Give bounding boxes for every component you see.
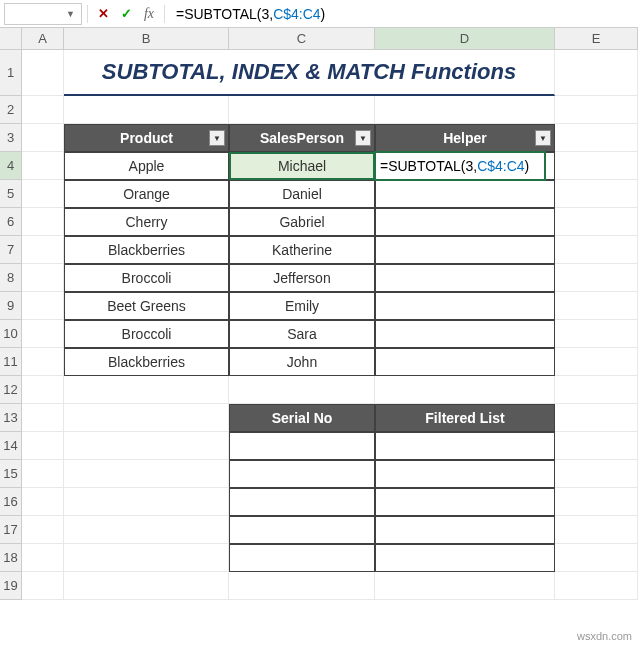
- cell-A5[interactable]: [22, 180, 64, 208]
- cell-A15[interactable]: [22, 460, 64, 488]
- cell-E15[interactable]: [555, 460, 638, 488]
- cell-E19[interactable]: [555, 572, 638, 600]
- cell-C16[interactable]: [229, 488, 375, 516]
- row-header-6[interactable]: 6: [0, 208, 22, 236]
- row-header-13[interactable]: 13: [0, 404, 22, 432]
- cell-B8[interactable]: Broccoli: [64, 264, 229, 292]
- cell-D10[interactable]: [375, 320, 555, 348]
- cell-E12[interactable]: [555, 376, 638, 404]
- inline-formula-editor[interactable]: =SUBTOTAL(3,C$4:C4): [374, 151, 546, 181]
- cell-A16[interactable]: [22, 488, 64, 516]
- cell-D12[interactable]: [375, 376, 555, 404]
- cell-C6[interactable]: Gabriel: [229, 208, 375, 236]
- cell-A1[interactable]: [22, 50, 64, 96]
- cell-D6[interactable]: [375, 208, 555, 236]
- col-header-A[interactable]: A: [22, 28, 64, 50]
- cell-C10[interactable]: Sara: [229, 320, 375, 348]
- cell-C14[interactable]: [229, 432, 375, 460]
- cell-E18[interactable]: [555, 544, 638, 572]
- cell-B13[interactable]: [64, 404, 229, 432]
- filter-dropdown-icon[interactable]: ▼: [209, 130, 225, 146]
- cell-B18[interactable]: [64, 544, 229, 572]
- cell-D5[interactable]: [375, 180, 555, 208]
- cell-C18[interactable]: [229, 544, 375, 572]
- cell-C11[interactable]: John: [229, 348, 375, 376]
- cell-A4[interactable]: [22, 152, 64, 180]
- row-header-11[interactable]: 11: [0, 348, 22, 376]
- select-all-corner[interactable]: [0, 28, 22, 50]
- cell-A12[interactable]: [22, 376, 64, 404]
- confirm-button[interactable]: ✓: [116, 3, 136, 25]
- cell-E4[interactable]: [555, 152, 638, 180]
- cell-D9[interactable]: [375, 292, 555, 320]
- cell-C15[interactable]: [229, 460, 375, 488]
- row-header-3[interactable]: 3: [0, 124, 22, 152]
- cell-C4[interactable]: Michael: [229, 152, 375, 180]
- row-header-4[interactable]: 4: [0, 152, 22, 180]
- cell-E1[interactable]: [555, 50, 638, 96]
- row-header-12[interactable]: 12: [0, 376, 22, 404]
- cell-D7[interactable]: [375, 236, 555, 264]
- cell-D19[interactable]: [375, 572, 555, 600]
- cell-D11[interactable]: [375, 348, 555, 376]
- cell-E11[interactable]: [555, 348, 638, 376]
- cell-A19[interactable]: [22, 572, 64, 600]
- cell-A18[interactable]: [22, 544, 64, 572]
- cell-D14[interactable]: [375, 432, 555, 460]
- cell-B5[interactable]: Orange: [64, 180, 229, 208]
- cell-E10[interactable]: [555, 320, 638, 348]
- cell-B6[interactable]: Cherry: [64, 208, 229, 236]
- cell-E16[interactable]: [555, 488, 638, 516]
- cell-D8[interactable]: [375, 264, 555, 292]
- cell-A17[interactable]: [22, 516, 64, 544]
- cell-A13[interactable]: [22, 404, 64, 432]
- formula-input[interactable]: =SUBTOTAL(3,C$4:C4): [170, 3, 634, 25]
- row-header-1[interactable]: 1: [0, 50, 22, 96]
- cell-B15[interactable]: [64, 460, 229, 488]
- cell-E13[interactable]: [555, 404, 638, 432]
- cell-C19[interactable]: [229, 572, 375, 600]
- row-header-10[interactable]: 10: [0, 320, 22, 348]
- cell-E17[interactable]: [555, 516, 638, 544]
- cell-B2[interactable]: [64, 96, 229, 124]
- cell-D16[interactable]: [375, 488, 555, 516]
- cell-B16[interactable]: [64, 488, 229, 516]
- filter-dropdown-icon[interactable]: ▼: [355, 130, 371, 146]
- cell-A14[interactable]: [22, 432, 64, 460]
- col-header-C[interactable]: C: [229, 28, 375, 50]
- row-header-5[interactable]: 5: [0, 180, 22, 208]
- cell-D18[interactable]: [375, 544, 555, 572]
- cell-B4[interactable]: Apple: [64, 152, 229, 180]
- cell-E3[interactable]: [555, 124, 638, 152]
- cell-B17[interactable]: [64, 516, 229, 544]
- cell-D17[interactable]: [375, 516, 555, 544]
- row-header-15[interactable]: 15: [0, 460, 22, 488]
- cell-C17[interactable]: [229, 516, 375, 544]
- cell-D15[interactable]: [375, 460, 555, 488]
- row-header-17[interactable]: 17: [0, 516, 22, 544]
- row-header-9[interactable]: 9: [0, 292, 22, 320]
- cell-E14[interactable]: [555, 432, 638, 460]
- cell-D4-active[interactable]: =SUBTOTAL(3,C$4:C4): [375, 152, 555, 180]
- cell-C7[interactable]: Katherine: [229, 236, 375, 264]
- row-header-7[interactable]: 7: [0, 236, 22, 264]
- cell-A11[interactable]: [22, 348, 64, 376]
- cell-C5[interactable]: Daniel: [229, 180, 375, 208]
- col-header-E[interactable]: E: [555, 28, 638, 50]
- cell-A9[interactable]: [22, 292, 64, 320]
- cell-E2[interactable]: [555, 96, 638, 124]
- row-header-8[interactable]: 8: [0, 264, 22, 292]
- col-header-B[interactable]: B: [64, 28, 229, 50]
- row-header-14[interactable]: 14: [0, 432, 22, 460]
- cell-E8[interactable]: [555, 264, 638, 292]
- cell-A8[interactable]: [22, 264, 64, 292]
- cell-B7[interactable]: Blackberries: [64, 236, 229, 264]
- row-header-2[interactable]: 2: [0, 96, 22, 124]
- cell-B9[interactable]: Beet Greens: [64, 292, 229, 320]
- fx-button[interactable]: fx: [139, 3, 159, 25]
- cell-C2[interactable]: [229, 96, 375, 124]
- cell-E5[interactable]: [555, 180, 638, 208]
- cell-B11[interactable]: Blackberries: [64, 348, 229, 376]
- cell-C9[interactable]: Emily: [229, 292, 375, 320]
- cell-C8[interactable]: Jefferson: [229, 264, 375, 292]
